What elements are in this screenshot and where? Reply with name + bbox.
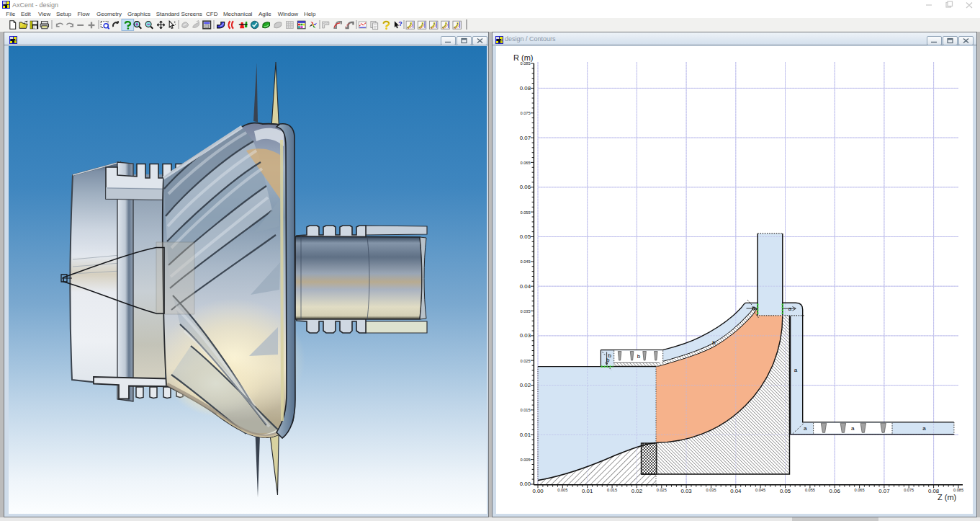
svg-text:0.045: 0.045: [521, 259, 531, 264]
svg-text:0.035: 0.035: [706, 488, 716, 492]
svg-text:?: ?: [398, 20, 402, 27]
svg-text:b: b: [752, 305, 755, 311]
svg-text:0.05: 0.05: [520, 233, 531, 240]
svg-text:0.06: 0.06: [520, 184, 531, 190]
svg-text:a: a: [788, 306, 792, 312]
svg-text:a: a: [794, 367, 798, 373]
svg-text:a: a: [922, 425, 926, 432]
svg-text:0.075: 0.075: [904, 488, 914, 492]
svg-text:0.065: 0.065: [855, 488, 865, 492]
svg-text:a: a: [804, 425, 807, 432]
svg-text:0.075: 0.075: [521, 111, 531, 115]
svg-text:b: b: [712, 339, 716, 346]
svg-text:0.065: 0.065: [521, 161, 531, 165]
svg-text:0.03: 0.03: [520, 332, 531, 339]
svg-text:0.025: 0.025: [657, 488, 667, 492]
svg-text:0.05: 0.05: [780, 488, 791, 494]
svg-text:0.045: 0.045: [755, 488, 765, 492]
svg-text:b: b: [637, 353, 641, 360]
svg-text:b: b: [606, 357, 610, 363]
svg-text:R (m): R (m): [513, 53, 534, 62]
svg-text:0.00: 0.00: [520, 481, 531, 487]
svg-text:0.03: 0.03: [681, 488, 692, 494]
svg-text:0.02: 0.02: [520, 382, 531, 388]
svg-text:0.005: 0.005: [521, 458, 531, 462]
svg-text:0.04: 0.04: [520, 283, 531, 290]
svg-text:0.06: 0.06: [830, 488, 840, 494]
svg-text:0.01: 0.01: [520, 432, 531, 438]
svg-text:0.005: 0.005: [557, 488, 567, 492]
svg-text:0.085: 0.085: [953, 488, 963, 492]
svg-text:0.015: 0.015: [521, 408, 531, 412]
svg-text:0.01: 0.01: [582, 488, 593, 494]
svg-text:0.08: 0.08: [520, 85, 531, 92]
svg-text:Z (m): Z (m): [938, 493, 956, 502]
svg-text:0.025: 0.025: [521, 359, 531, 363]
svg-text:0.02: 0.02: [631, 488, 642, 494]
svg-text:0.035: 0.035: [521, 309, 531, 313]
svg-text:0.055: 0.055: [521, 210, 531, 215]
svg-text:0.015: 0.015: [607, 488, 617, 492]
svg-text:0.00: 0.00: [532, 488, 544, 494]
svg-text:0.055: 0.055: [805, 488, 815, 492]
svg-text:0.07: 0.07: [878, 488, 889, 494]
svg-text:a: a: [851, 425, 855, 432]
svg-text:0.07: 0.07: [520, 135, 531, 141]
svg-text:0.04: 0.04: [730, 488, 742, 494]
svg-text:0.085: 0.085: [521, 61, 531, 66]
